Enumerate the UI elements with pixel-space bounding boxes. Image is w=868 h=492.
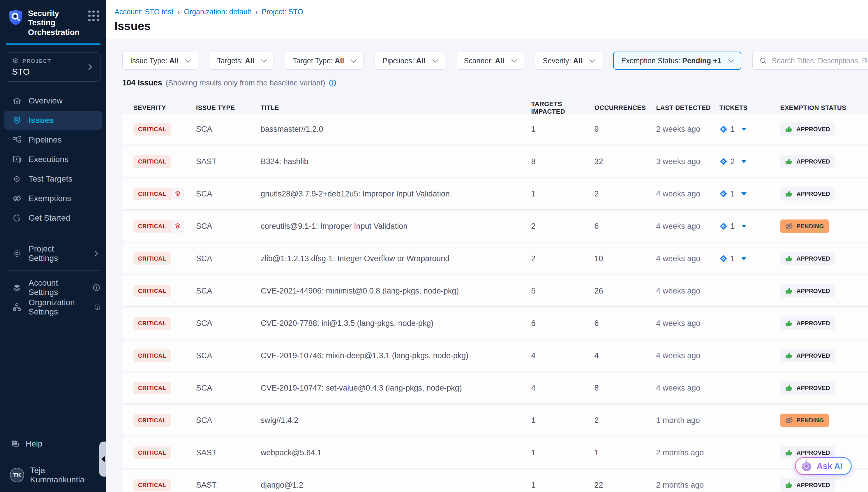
svg-text:?: ? [13, 441, 15, 445]
last-detected: 4 weeks ago [656, 384, 719, 393]
issues-content: Issue TypeAll TargetsAll Target TypeAll … [106, 39, 868, 492]
sidebar-item-executions[interactable]: Executions [0, 150, 106, 169]
project-selector[interactable]: PROJECT STO [6, 52, 101, 82]
exemption-status-badge: PENDING [780, 220, 829, 233]
help-button[interactable]: ? Help [0, 434, 106, 449]
search-icon [759, 56, 767, 65]
table-row[interactable]: CRITICAL SCA coreutils@9.1-1: Improper I… [122, 211, 868, 242]
filter-scanner[interactable]: ScannerAll [456, 52, 524, 70]
sidebar-item-overview[interactable]: Overview [0, 92, 106, 110]
table-row[interactable]: CRITICAL SCA bassmaster//1.2.0 1 9 2 wee… [122, 114, 868, 145]
breadcrumb-project[interactable]: Project: STO [262, 7, 303, 16]
severity-badge-group: CRITICAL [133, 446, 171, 459]
severity-badge: CRITICAL [133, 414, 171, 427]
search-input[interactable] [772, 56, 868, 65]
avatar: TK [10, 468, 24, 483]
sidebar-item-project-settings[interactable]: Project Settings [0, 244, 106, 263]
exemption-status-label: PENDING [797, 417, 824, 424]
sidebar-item-pipelines[interactable]: Pipelines [0, 130, 106, 149]
thumbs-up-icon [785, 287, 793, 295]
sidebar-item-account-settings[interactable]: Account Settings [0, 278, 106, 297]
severity-badge-group: CRITICAL [133, 479, 171, 491]
sidebar-divider [6, 270, 101, 271]
severity-badge-group: CRITICAL [133, 349, 171, 362]
user-profile[interactable]: TK Teja Kummarikuntla [0, 461, 106, 485]
ticket-link[interactable]: 1 [719, 190, 780, 198]
table-row[interactable]: CRITICAL SCA CVE-2020-7788: ini@1.3.5 (l… [122, 308, 868, 339]
exemption-status-badge: APPROVED [780, 252, 835, 265]
severity-badge-group: CRITICAL [133, 285, 171, 297]
ticket-link[interactable]: 2 [719, 157, 780, 166]
severity-badge-group: CRITICAL [133, 188, 184, 200]
table-row[interactable]: CRITICAL SAST django@1.2 1 22 2 months a… [122, 470, 868, 492]
table-row[interactable]: CRITICAL SCA CVE-2021-44906: minimist@0.… [122, 275, 868, 306]
occurrences: 8 [595, 384, 656, 393]
table-row[interactable]: CRITICAL SCA CVE-2019-10747: set-value@0… [122, 372, 868, 403]
chevron-right-icon [86, 63, 95, 71]
table-row[interactable]: CRITICAL SCA zlib@1:1.2.13.dfsg-1: Integ… [122, 243, 868, 274]
sidebar-item-get-started[interactable]: Get Started [0, 209, 106, 227]
sidebar-item-test-targets[interactable]: Test Targets [0, 170, 106, 188]
ask-ai-button[interactable]: Ask AI [795, 457, 852, 475]
breadcrumb-organization[interactable]: Organization: default [184, 7, 251, 16]
table-row[interactable]: CRITICAL SCA swig//1.4.2 1 2 1 month ago… [122, 405, 868, 436]
targets-impacted: 5 [531, 287, 595, 296]
sidebar-item-issues[interactable]: Issues [4, 111, 102, 130]
help-chat-icon: ? [10, 439, 20, 449]
table-row[interactable]: CRITICAL SAST webpack@5.64.1 1 1 2 month… [122, 437, 868, 468]
exemption-status-label: APPROVED [797, 255, 830, 262]
exemption-status-badge: APPROVED [780, 155, 835, 168]
jira-icon [719, 157, 728, 166]
ticket-link[interactable]: 1 [719, 222, 780, 231]
sidebar-collapse-handle[interactable] [99, 442, 106, 476]
sidebar-item-label: Organization Settings [29, 298, 87, 317]
shield-search-icon [12, 116, 22, 125]
ticket-link[interactable]: 1 [719, 254, 780, 263]
sidebar-item-organization-settings[interactable]: Organization Settings [0, 298, 106, 317]
severity-badge-group: CRITICAL [133, 414, 171, 427]
targets-impacted: 1 [531, 481, 595, 490]
issue-title: coreutils@9.1-1: Improper Input Validati… [261, 222, 531, 231]
issue-type: SCA [196, 287, 261, 296]
table-row[interactable]: CRITICAL SCA gnutls28@3.7.9-2+deb12u5: I… [122, 178, 868, 209]
main-area: Account: STO test › Organization: defaul… [106, 0, 868, 492]
filter-bar: Issue TypeAll TargetsAll Target TypeAll … [122, 52, 868, 70]
search-box [752, 52, 868, 70]
severity-badge-group: CRITICAL [133, 252, 171, 265]
targets-impacted: 4 [531, 384, 595, 393]
last-detected: 2 months ago [656, 448, 719, 457]
breadcrumb-account[interactable]: Account: STO test [114, 7, 173, 16]
targets-impacted: 1 [531, 416, 595, 425]
targets-impacted: 4 [531, 351, 595, 360]
ticket-caret-down-icon [741, 192, 746, 196]
filter-exemption-status[interactable]: Exemption StatusPending +1 [613, 52, 741, 70]
severity-badge: CRITICAL [133, 123, 171, 136]
filter-target-type[interactable]: Target TypeAll [285, 52, 364, 70]
module-grid-icon[interactable] [88, 10, 99, 22]
exemption-status-label: APPROVED [797, 191, 830, 197]
ticket-count: 1 [731, 222, 735, 231]
ticket-link[interactable]: 1 [719, 125, 780, 134]
occurrences: 4 [595, 351, 656, 360]
issue-title: gnutls28@3.7.9-2+deb12u5: Improper Input… [261, 190, 531, 198]
occurrences: 32 [595, 157, 656, 166]
table-row[interactable]: CRITICAL SCA CVE-2019-10746: mixin-deep@… [122, 340, 868, 371]
filter-targets[interactable]: TargetsAll [209, 52, 274, 70]
targets-impacted: 1 [531, 448, 595, 457]
filter-severity[interactable]: SeverityAll [535, 52, 602, 70]
severity-badge: CRITICAL [133, 220, 171, 232]
severity-badge: CRITICAL [133, 446, 171, 459]
sidebar-item-exemptions[interactable]: Exemptions [0, 189, 106, 208]
sidebar-item-label: Project Settings [29, 244, 85, 263]
occurrences: 22 [595, 481, 656, 490]
filter-pipelines[interactable]: PipelinesAll [374, 52, 445, 70]
page-header: Account: STO test › Organization: defaul… [106, 0, 868, 39]
filter-issue-type[interactable]: Issue TypeAll [122, 52, 198, 70]
info-icon[interactable] [328, 79, 337, 87]
table-row[interactable]: CRITICAL SAST B324: hashlib 8 32 3 weeks… [122, 146, 868, 177]
col-occurrences: OCCURRENCES [595, 104, 656, 112]
thumbs-up-icon [785, 125, 793, 133]
issue-title: bassmaster//1.2.0 [261, 125, 531, 134]
sidebar-item-label: Pipelines [29, 135, 62, 145]
issue-type: SCA [196, 254, 261, 263]
